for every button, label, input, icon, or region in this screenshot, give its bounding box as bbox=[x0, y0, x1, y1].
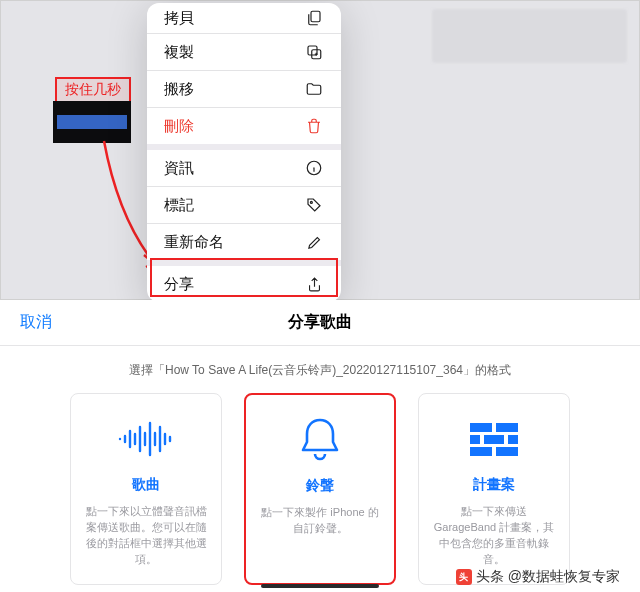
share-header: 取消 分享歌曲 bbox=[0, 300, 640, 346]
attribution-handle: @数据蛙恢复专家 bbox=[508, 568, 620, 586]
svg-rect-0 bbox=[311, 11, 320, 22]
card-project[interactable]: 計畫案 點一下來傳送 GarageBand 計畫案，其中包含您的多重音軌錄音。 bbox=[418, 393, 570, 585]
svg-rect-11 bbox=[496, 447, 518, 456]
menu-item-copy[interactable]: 拷貝 bbox=[147, 3, 341, 33]
menu-label: 搬移 bbox=[164, 80, 194, 99]
watermark: 头 头条 @数据蛙恢复专家 bbox=[456, 568, 620, 586]
card-title: 歌曲 bbox=[132, 476, 160, 494]
info-icon bbox=[304, 158, 324, 178]
trash-icon bbox=[304, 116, 324, 136]
duplicate-icon bbox=[304, 42, 324, 62]
svg-rect-9 bbox=[508, 435, 518, 444]
card-title: 計畫案 bbox=[473, 476, 515, 494]
svg-rect-7 bbox=[470, 435, 480, 444]
svg-rect-5 bbox=[470, 423, 492, 432]
card-description: 點一下來製作 iPhone 的自訂鈴聲。 bbox=[260, 505, 380, 537]
card-title: 鈴聲 bbox=[306, 477, 334, 495]
menu-label: 分享 bbox=[164, 275, 194, 294]
menu-label: 資訊 bbox=[164, 159, 194, 178]
toutiao-logo-icon: 头 bbox=[456, 569, 472, 585]
attribution-prefix: 头条 bbox=[476, 568, 504, 586]
share-song-panel: 取消 分享歌曲 選擇「How To Save A Life(云音乐铃声)_202… bbox=[0, 300, 640, 592]
card-ringtone[interactable]: 鈴聲 點一下來製作 iPhone 的自訂鈴聲。 bbox=[244, 393, 396, 585]
menu-item-rename[interactable]: 重新命名 bbox=[147, 224, 341, 260]
menu-label: 重新命名 bbox=[164, 233, 224, 252]
svg-rect-10 bbox=[470, 447, 492, 456]
menu-item-duplicate[interactable]: 複製 bbox=[147, 34, 341, 70]
pencil-icon bbox=[304, 232, 324, 252]
menu-item-share[interactable]: 分享 bbox=[147, 266, 341, 302]
menu-label: 複製 bbox=[164, 43, 194, 62]
home-indicator bbox=[261, 584, 379, 588]
menu-item-tag[interactable]: 標記 bbox=[147, 187, 341, 223]
svg-rect-8 bbox=[484, 435, 504, 444]
annotation-callout: 按住几秒 bbox=[55, 77, 131, 103]
menu-label: 刪除 bbox=[164, 117, 194, 136]
card-song[interactable]: 歌曲 點一下來以立體聲音訊檔案傳送歌曲。您可以在隨後的對話框中選擇其他選項。 bbox=[70, 393, 222, 585]
share-icon bbox=[304, 274, 324, 294]
card-description: 點一下來傳送 GarageBand 計畫案，其中包含您的多重音軌錄音。 bbox=[433, 504, 555, 568]
share-title: 分享歌曲 bbox=[288, 312, 352, 333]
svg-rect-6 bbox=[496, 423, 518, 432]
share-subtitle: 選擇「How To Save A Life(云音乐铃声)_20220127115… bbox=[0, 346, 640, 393]
menu-label: 標記 bbox=[164, 196, 194, 215]
format-cards: 歌曲 點一下來以立體聲音訊檔案傳送歌曲。您可以在隨後的對話框中選擇其他選項。 鈴… bbox=[0, 393, 640, 585]
background-blur-element bbox=[432, 9, 627, 63]
waveform-icon bbox=[116, 408, 176, 470]
menu-item-move[interactable]: 搬移 bbox=[147, 71, 341, 107]
context-menu: 拷貝 複製 搬移 刪除 資訊 標記 重新命名 bbox=[147, 3, 341, 302]
brick-icon bbox=[468, 408, 520, 470]
menu-item-delete[interactable]: 刪除 bbox=[147, 108, 341, 144]
tag-icon bbox=[304, 195, 324, 215]
menu-label: 拷貝 bbox=[164, 9, 194, 28]
waveform bbox=[57, 115, 127, 129]
audio-file-thumbnail[interactable] bbox=[53, 101, 131, 143]
garageband-file-view: 按住几秒 拷貝 複製 搬移 刪除 資訊 bbox=[0, 0, 640, 300]
cancel-button[interactable]: 取消 bbox=[0, 312, 72, 333]
bell-icon bbox=[296, 409, 344, 471]
card-description: 點一下來以立體聲音訊檔案傳送歌曲。您可以在隨後的對話框中選擇其他選項。 bbox=[85, 504, 207, 568]
folder-icon bbox=[304, 79, 324, 99]
copy-icon bbox=[304, 8, 324, 28]
menu-item-info[interactable]: 資訊 bbox=[147, 150, 341, 186]
svg-point-4 bbox=[310, 201, 312, 203]
